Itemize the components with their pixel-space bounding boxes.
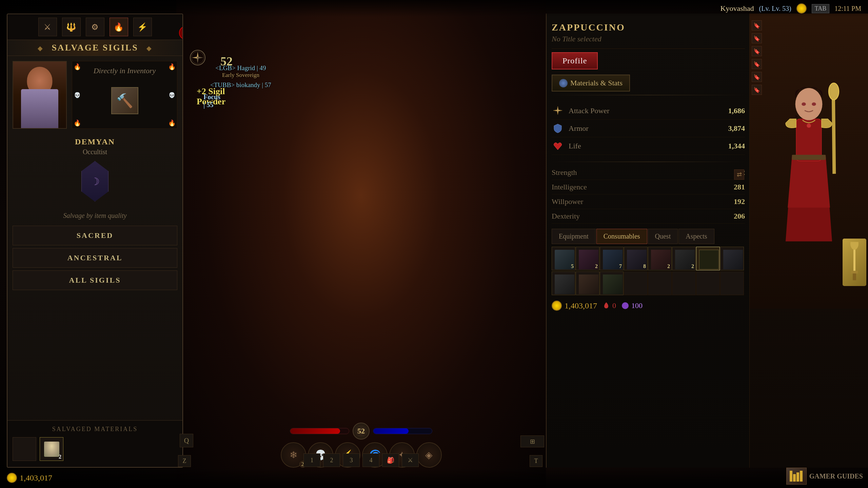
player-sublabel-1: Early Sovereign	[210, 72, 271, 79]
swap-weapon-icon[interactable]: ⇄	[734, 169, 744, 180]
svg-point-22	[807, 124, 811, 128]
inv-slot-4[interactable]: 2	[648, 247, 672, 270]
stat-attack-power: Attack Power 1,686	[552, 102, 745, 120]
profile-button[interactable]: Profile	[552, 52, 598, 69]
salvage-tab-0[interactable]: ⚔	[38, 18, 57, 36]
action-key-weapon[interactable]: ⚔	[402, 453, 419, 467]
z-key[interactable]: Z	[178, 455, 191, 467]
action-key-inventory[interactable]: 🎒	[382, 453, 399, 467]
inv-slot-10[interactable]	[600, 271, 624, 295]
stat-strength: Strength 162	[552, 165, 745, 180]
char-title: No Title selected	[552, 35, 601, 43]
salvaged-section: SALVAGED MATERIALS 2	[7, 420, 182, 467]
tab-icon-3: 🔥	[114, 22, 124, 32]
gold-display-char: 1,403,017	[552, 301, 597, 311]
secondary-stats: Strength 162 Intelligence 281 Willpower …	[552, 164, 745, 225]
profile-section: Profile	[552, 49, 745, 73]
action-key-3[interactable]: 3	[343, 453, 360, 467]
item-count-4: 2	[667, 263, 670, 269]
intelligence-label: Intelligence	[552, 183, 587, 191]
weapon-icon	[846, 242, 863, 283]
bookmark-icon-4[interactable]: 🔖	[752, 72, 762, 82]
tab-quest[interactable]: Quest	[648, 229, 678, 244]
inventory-tabs: Equipment Consumables Quest Aspects	[552, 229, 745, 244]
bookmark-icon-5[interactable]: 🔖	[752, 85, 762, 95]
item-count-1: 2	[595, 263, 598, 269]
salvage-tab-3[interactable]: 🔥	[110, 18, 128, 36]
strength-label: Strength	[552, 168, 577, 177]
inv-slot-7[interactable]	[720, 247, 744, 270]
flame-top-left: 🔥	[74, 63, 81, 70]
salvaged-slot-powder: 2	[40, 437, 63, 461]
action-key-4[interactable]: 4	[362, 453, 379, 467]
blood-resource-icon	[602, 302, 610, 310]
sigil-powder-item	[44, 442, 59, 457]
bookmark-icon-2[interactable]: 🔖	[752, 46, 762, 56]
inv-slot-3[interactable]: 8	[624, 247, 648, 270]
weapon-slot-display[interactable]	[843, 239, 866, 286]
svg-point-24	[850, 242, 859, 250]
t-key[interactable]: T	[530, 455, 542, 467]
inv-slot-14[interactable]	[696, 271, 720, 295]
svg-point-17	[802, 102, 806, 106]
bookmark-icon-1[interactable]: 🔖	[752, 33, 762, 43]
tab-badge[interactable]: TAB	[812, 4, 830, 13]
ancestral-button[interactable]: ANCESTRAL	[13, 248, 177, 268]
inv-slot-12[interactable]	[648, 271, 672, 295]
inv-slot-6-selected[interactable]	[696, 247, 720, 270]
tab-consumables[interactable]: Consumables	[596, 229, 647, 244]
action-key-1[interactable]: 1	[303, 453, 320, 467]
tab-aspects[interactable]: Aspects	[678, 229, 714, 244]
inv-slot-15[interactable]	[720, 271, 744, 295]
salvage-tab-1[interactable]: 🔱	[62, 18, 81, 36]
stat-armor: Armor 3,874	[552, 120, 745, 137]
svg-marker-6	[553, 106, 562, 115]
salvage-panel: ✕ ⚔ 🔱 ⚙ 🔥 ⚡ ◆ SALVAGE SIGILS ◆	[7, 14, 183, 468]
bookmark-icon-3[interactable]: 🔖	[752, 59, 762, 69]
svg-rect-27	[790, 471, 792, 482]
char-portrait-area	[749, 14, 868, 468]
npc-name: DEMYAN	[13, 137, 177, 146]
inv-slot-13[interactable]	[672, 271, 696, 295]
top-bar: Kyovashad (Lv. Lv. 53) TAB 12:11 PM	[0, 0, 868, 17]
char-name-section: ZAPPUCCINO No Title selected	[552, 19, 745, 49]
item-count-5: 2	[691, 263, 694, 269]
inv-slot-9[interactable]	[576, 271, 599, 295]
health-bar-container	[290, 428, 349, 434]
deco-line-2	[552, 162, 745, 162]
salvage-tab-2[interactable]: ⚙	[86, 18, 104, 36]
time-display: 12:11 PM	[834, 5, 861, 13]
stat-life: Life 1,344	[552, 137, 745, 155]
inventory-label: Directly in Inventory	[72, 61, 177, 80]
inv-slot-11[interactable]	[624, 271, 648, 295]
minimap-button[interactable]: ⊞	[520, 435, 544, 447]
purple-resource-icon	[621, 302, 629, 310]
all-sigils-button[interactable]: ALL SIGILS	[13, 270, 177, 290]
salvage-tab-4[interactable]: ⚡	[133, 18, 152, 36]
flame-bottom-left: 🔥	[74, 119, 81, 127]
bookmark-icon-0[interactable]: 🔖	[752, 20, 762, 30]
gold-icon-char	[552, 301, 562, 311]
inv-slot-2[interactable]: 7	[600, 247, 624, 270]
materials-icon	[559, 79, 568, 87]
tab-equipment[interactable]: Equipment	[552, 229, 596, 244]
npc-torso	[21, 89, 58, 128]
sacred-button[interactable]: SACRED	[13, 226, 177, 245]
deco-line-1	[552, 95, 745, 95]
dexterity-label: Dexterity	[552, 212, 580, 221]
action-key-2[interactable]: 2	[323, 453, 340, 467]
inv-slot-5[interactable]: 2	[672, 247, 696, 270]
dexterity-value: 206	[734, 212, 745, 221]
materials-stats-button[interactable]: Materials & Stats	[552, 75, 630, 92]
title-deco-left: ◆	[38, 45, 43, 52]
inv-slot-1[interactable]: 2	[576, 247, 599, 270]
npc-figure	[13, 62, 66, 128]
inv-slot-0[interactable]: 5	[552, 247, 575, 270]
char-info-panel: ZAPPUCCINO No Title selected Profile Mat…	[547, 14, 750, 468]
q-key-button[interactable]: Q	[180, 434, 193, 447]
item-8	[555, 274, 574, 294]
powder-count: 2	[59, 454, 61, 460]
item-9	[579, 274, 598, 294]
inv-slot-8[interactable]	[552, 271, 575, 295]
tab-icon-4: ⚡	[137, 22, 147, 32]
